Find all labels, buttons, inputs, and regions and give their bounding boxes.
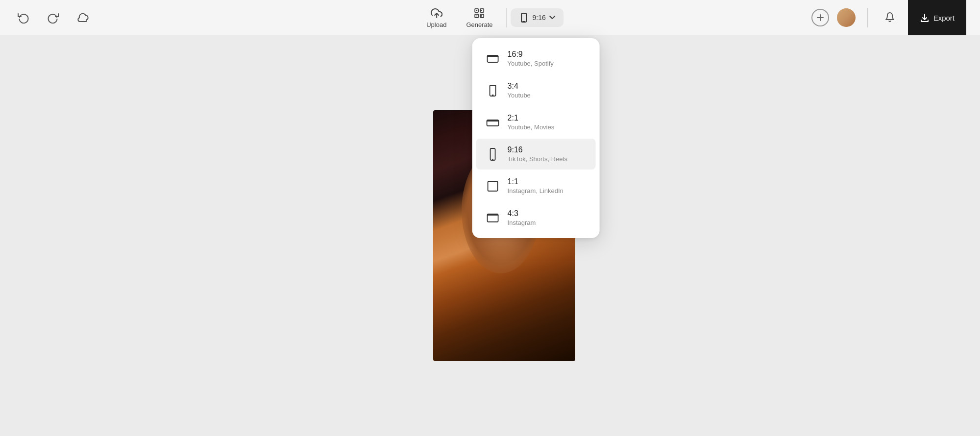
ratio-label-4-3: 4:3 [508, 209, 536, 218]
dropdown-item-4-3[interactable]: 4:3 Instagram [476, 202, 596, 233]
chevron-down-icon [549, 14, 556, 21]
svg-rect-24 [488, 181, 498, 191]
upload-label: Upload [426, 21, 446, 28]
toolbar: Upload Generate [0, 0, 980, 35]
ratio-text-3-4: 3:4 Youtube [508, 82, 531, 99]
toolbar-divider [507, 8, 507, 27]
generate-label: Generate [466, 21, 492, 28]
ratio-icon-1-1 [486, 179, 500, 193]
export-button[interactable]: Export [908, 0, 966, 35]
ratio-platforms-2-1: Youtube, Movies [508, 123, 555, 131]
redo-button[interactable] [43, 8, 63, 27]
dropdown-item-2-1[interactable]: 2:1 Youtube, Movies [476, 107, 596, 138]
ratio-icon-4-3 [486, 211, 500, 225]
ratio-platforms-1-1: Instagram, LinkedIn [508, 187, 564, 194]
ratio-icon-9-16 [486, 147, 500, 161]
download-icon [920, 13, 930, 23]
undo-button[interactable] [14, 8, 33, 27]
ratio-text-16-9: 16:9 Youtube, Spotify [508, 50, 554, 67]
notification-button[interactable] [880, 7, 900, 28]
upload-button[interactable]: Upload [416, 3, 456, 32]
aspect-ratio-dropdown: 16:9 Youtube, Spotify 3:4 Youtube 2:1 Yo… [472, 38, 600, 238]
dropdown-item-16-9[interactable]: 16:9 Youtube, Spotify [476, 43, 596, 74]
ratio-text-1-1: 1:1 Instagram, LinkedIn [508, 177, 564, 194]
ratio-label-2-1: 2:1 [508, 114, 555, 122]
toolbar-center: Upload Generate [416, 3, 564, 32]
aspect-ratio-label: 9:16 [533, 14, 546, 22]
avatar-image [837, 8, 856, 27]
toolbar-divider-2 [867, 8, 868, 27]
ratio-label-3-4: 3:4 [508, 82, 531, 91]
export-label: Export [933, 14, 955, 22]
ratio-platforms-16-9: Youtube, Spotify [508, 60, 554, 67]
ratio-icon-2-1 [486, 116, 500, 129]
ratio-text-2-1: 2:1 Youtube, Movies [508, 114, 555, 131]
cloud-save-button[interactable] [73, 8, 94, 27]
svg-rect-18 [490, 85, 496, 96]
ratio-platforms-3-4: Youtube [508, 92, 531, 99]
ratio-platforms-9-16: TikTok, Shorts, Reels [508, 155, 567, 163]
dropdown-item-1-1[interactable]: 1:1 Instagram, LinkedIn [476, 170, 596, 201]
avatar[interactable] [837, 8, 856, 27]
generate-button[interactable]: Generate [456, 3, 502, 32]
ratio-text-4-3: 4:3 Instagram [508, 209, 536, 226]
ratio-label-9-16: 9:16 [508, 145, 567, 154]
svg-rect-22 [490, 148, 495, 160]
toolbar-right: Export [811, 0, 966, 35]
ratio-label-1-1: 1:1 [508, 177, 564, 186]
ratio-text-9-16: 9:16 TikTok, Shorts, Reels [508, 145, 567, 163]
dropdown-item-3-4[interactable]: 3:4 Youtube [476, 75, 596, 106]
ratio-label-16-9: 16:9 [508, 50, 554, 59]
aspect-ratio-button[interactable]: 9:16 [511, 8, 564, 27]
ratio-icon-3-4 [486, 84, 500, 97]
toolbar-left [14, 8, 94, 27]
ratio-icon-16-9 [486, 52, 500, 66]
svg-rect-11 [522, 13, 527, 22]
dropdown-item-9-16[interactable]: 9:16 TikTok, Shorts, Reels [476, 139, 596, 170]
add-button[interactable] [811, 9, 829, 26]
ratio-platforms-4-3: Instagram [508, 219, 536, 226]
